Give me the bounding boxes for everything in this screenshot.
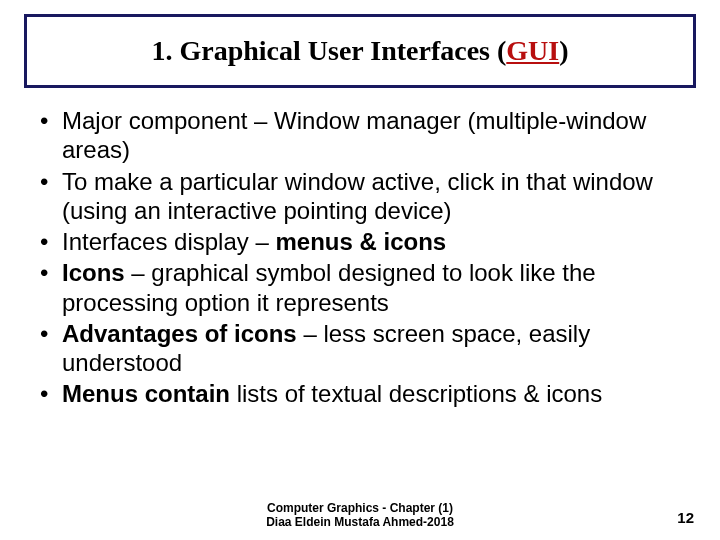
bullet-text: To make a particular window active, clic… bbox=[62, 168, 653, 224]
title-prefix: 1. Graphical User Interfaces bbox=[151, 35, 497, 66]
list-item: Menus contain lists of textual descripti… bbox=[38, 379, 690, 408]
slide-title: 1. Graphical User Interfaces (GUI) bbox=[151, 35, 568, 66]
title-box: 1. Graphical User Interfaces (GUI) bbox=[24, 14, 696, 88]
title-close-paren: ) bbox=[559, 35, 568, 66]
list-item: Interfaces display – menus & icons bbox=[38, 227, 690, 256]
list-item: Major component – Window manager (multip… bbox=[38, 106, 690, 165]
title-gui: GUI bbox=[506, 35, 559, 66]
footer-line1: Computer Graphics - Chapter (1) bbox=[0, 502, 720, 516]
list-item: Icons – graphical symbol designed to loo… bbox=[38, 258, 690, 317]
bullet-list: Major component – Window manager (multip… bbox=[38, 106, 690, 409]
bullet-text-bold: Advantages of icons bbox=[62, 320, 297, 347]
page-number: 12 bbox=[677, 509, 694, 526]
footer-line2: Diaa Eldein Mustafa Ahmed-2018 bbox=[0, 516, 720, 530]
bullet-text: lists of textual descriptions & icons bbox=[230, 380, 602, 407]
bullet-text: Interfaces display – bbox=[62, 228, 275, 255]
bullet-text: – graphical symbol designed to look like… bbox=[62, 259, 596, 315]
bullet-text-bold: menus & icons bbox=[275, 228, 446, 255]
list-item: Advantages of icons – less screen space,… bbox=[38, 319, 690, 378]
bullet-text-bold: Menus contain bbox=[62, 380, 230, 407]
bullet-text-bold: Icons bbox=[62, 259, 125, 286]
title-open-paren: ( bbox=[497, 35, 506, 66]
list-item: To make a particular window active, clic… bbox=[38, 167, 690, 226]
bullet-text: Major component – Window manager (multip… bbox=[62, 107, 646, 163]
footer: Computer Graphics - Chapter (1) Diaa Eld… bbox=[0, 502, 720, 530]
